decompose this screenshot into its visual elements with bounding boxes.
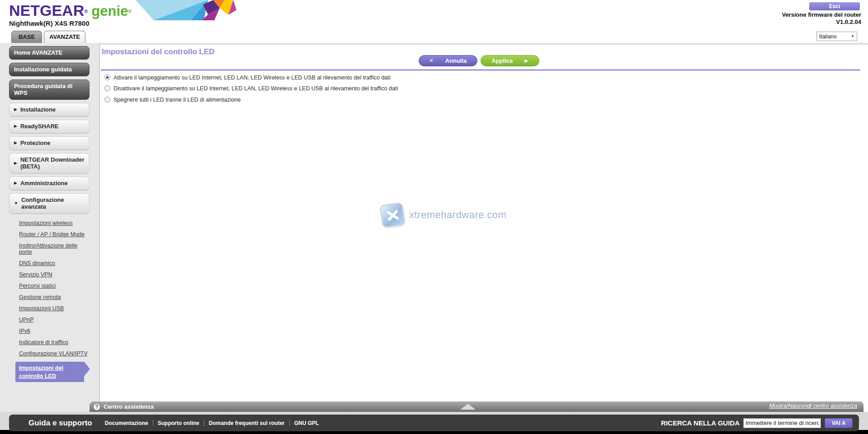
sidebar-item-controllo-led-selected[interactable]: Impostazioni del controllo LED [15,362,84,382]
sidebar-item-label: Amministrazione [20,180,68,187]
language-select[interactable]: Italiano ▼ [816,32,857,41]
sidebar-item-router-ap-bridge[interactable]: Router / AP / Bridge Mode [19,231,91,238]
footer-title: Guida e supporto [28,419,92,428]
radio-option-led-on[interactable]: Attivare il lampeggiamento su LED Intern… [104,75,391,81]
sidebar-item-indicatore-traffico[interactable]: Indicatore di traffico [19,339,91,345]
sidebar-item-percorsi-statici[interactable]: Percorsi statici [19,283,91,289]
search-input[interactable] [743,418,821,428]
radio-option-led-off-blink[interactable]: Disattivare il lampeggiamento su LED Int… [104,85,398,92]
registered-mark-icon: ® [84,9,88,14]
sidebar-item-label: Configurazione avanzata [21,196,85,210]
language-selected-value: Italiano [819,33,837,40]
toggle-help-center-link[interactable]: Mostra/Nascondi centro assistenza [769,403,857,409]
help-bar-spacer [0,401,90,412]
action-buttons: ✕ Annulla Applica ▶ [419,55,539,66]
firmware-version: V1.0.2.04 [782,19,861,26]
footer-link-documentazione[interactable]: Documentazione [100,420,153,426]
sidebar-item-amministrazione[interactable]: ▶ Amministrazione [9,177,90,190]
chevron-down-icon: ▼ [851,34,854,38]
brand-logo: NETGEAR®genie® [9,2,132,19]
footer-links: Documentazione Supporto online Domande f… [100,420,324,426]
sidebar-item-inoltro-porte[interactable]: Inoltro/Attivazione delle porte [19,243,91,255]
header-ribbon-graphic [136,0,244,20]
footer-bar: Guida e supporto Documentazione Supporto… [9,415,859,431]
sidebar-item-home-avanzate[interactable]: Home AVANZATE [9,46,90,60]
apply-button-label: Applica [491,57,513,64]
watermark: xtremehardware.com [381,204,507,226]
sidebar-item-label: NETGEAR Downloader (BETA) [20,156,85,170]
sidebar-item-configurazione-avanzata[interactable]: ▼ Configurazione avanzata [9,193,90,214]
firmware-info: Versione firmware del router V1.0.2.04 [782,11,861,26]
sidebar-item-ipv6[interactable]: IPv6 [19,328,91,334]
genie-logo: genie [91,3,128,19]
footer-link-gnu-gpl[interactable]: GNU GPL [289,420,324,426]
chevron-right-icon: ▶ [14,160,17,167]
middle-section: Home AVANZATE Installazione guidata Proc… [0,43,868,401]
sidebar-item-installazione[interactable]: ▶ Installazione [9,103,90,117]
sidebar-item-readyshare[interactable]: ▶ ReadySHARE [9,120,90,133]
sidebar-item-gestione-remota[interactable]: Gestione remota [19,294,91,300]
footer-link-faq-router[interactable]: Domande frequenti sul router [204,420,289,426]
netgear-genie-app: NETGEAR®genie® Nighthawk(R) X4S R7800 Es… [0,0,868,434]
help-center-bar: ? Centro assistenza Mostra/Nascondi cent… [90,401,863,412]
radio-option-label: Spegnere tutti i LED tranne il LED di al… [113,97,241,103]
netgear-logo: NETGEAR [9,2,84,19]
tab-avanzate[interactable]: AVANZATE [44,31,85,43]
help-icon: ? [93,403,100,411]
firmware-label: Versione firmware del router [782,11,861,19]
sidebar-item-dns-dinamico[interactable]: DNS dinamico [19,260,91,266]
chevron-right-icon: ▶ [14,140,17,146]
chevron-right-icon: ▶ [14,106,17,113]
go-button[interactable]: VAI A [825,418,853,428]
sidebar-item-servizio-vpn[interactable]: Servizio VPN [19,271,91,278]
radio-button[interactable] [104,97,110,103]
radio-option-label: Disattivare il lampeggiamento su LED Int… [113,85,398,92]
sidebar-item-protezione[interactable]: ▶ Protezione [9,136,90,150]
registered-mark-icon: ® [128,9,131,14]
logout-button[interactable]: Esci [809,2,860,10]
collapse-arrow-icon[interactable] [460,404,476,410]
chevron-down-icon: ▼ [14,200,18,207]
sidebar-item-upnp[interactable]: UPnP [19,317,91,323]
tab-bar: BASE AVANZATE [11,31,85,43]
sidebar-item-installazione-guidata[interactable]: Installazione guidata [9,63,90,76]
sidebar-sublinks: Impostazioni wireless Router / AP / Brid… [19,220,99,382]
cancel-button-label: Annulla [445,57,467,64]
sidebar-item-configurazione-vlan-iptv[interactable]: Configurazione VLAN/IPTV [19,350,91,357]
main-content: Impostazioni del controllo LED ✕ Annulla… [99,43,868,401]
cancel-button[interactable]: ✕ Annulla [419,55,477,66]
help-bar-row: ? Centro assistenza Mostra/Nascondi cent… [0,401,868,412]
divider [101,70,860,70]
radio-option-label: Attivare il lampeggiamento su LED Intern… [113,75,391,81]
x-icon: ✕ [429,58,434,64]
apply-button[interactable]: Applica ▶ [481,55,539,66]
header: NETGEAR®genie® Nighthawk(R) X4S R7800 Es… [0,0,868,43]
search-guide-label: RICERCA NELLA GUIDA [661,419,740,427]
help-center-title: Centro assistenza [104,403,154,410]
radio-button-checked[interactable] [104,75,110,80]
footer-link-supporto-online[interactable]: Supporto online [153,420,204,426]
watermark-text: xtremehardware.com [409,209,507,221]
sidebar-nav: Home AVANZATE Installazione guidata Proc… [0,43,99,401]
xtremehardware-icon [380,202,405,228]
sidebar-item-netgear-downloader[interactable]: ▶ NETGEAR Downloader (BETA) [9,153,90,173]
sidebar-item-impostazioni-wireless[interactable]: Impostazioni wireless [19,220,91,226]
sidebar-item-impostazioni-usb[interactable]: Impostazioni USB [19,305,91,312]
radio-option-all-led-off[interactable]: Spegnere tutti i LED tranne il LED di al… [104,97,241,103]
radio-button[interactable] [104,85,110,91]
sidebar-item-procedura-wps[interactable]: Procedura guidata di WPS [9,79,90,100]
chevron-right-icon: ▶ [14,123,17,130]
sidebar-item-label: Impostazioni del controllo LED [19,365,63,379]
tab-base[interactable]: BASE [11,31,42,43]
sidebar-item-label: ReadySHARE [20,123,59,130]
arrow-right-icon: ▶ [524,58,528,64]
footer-search: RICERCA NELLA GUIDA VAI A [661,418,853,428]
page-title: Impostazioni del controllo LED [102,47,214,56]
router-model-label: Nighthawk(R) X4S R7800 [9,19,90,27]
chevron-right-icon: ▶ [14,180,17,187]
sidebar-item-label: Installazione [20,106,56,113]
sidebar-item-label: Protezione [20,140,50,146]
